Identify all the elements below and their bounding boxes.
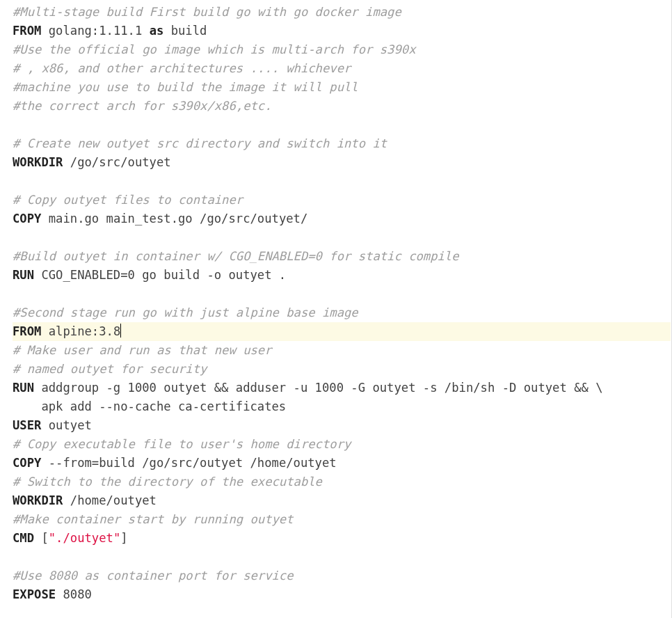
code-line[interactable] (13, 116, 671, 134)
code-line[interactable]: RUN addgroup -g 1000 outyet && adduser -… (13, 379, 671, 397)
code-line[interactable] (13, 548, 671, 566)
code-line[interactable]: #the correct arch for s390x/x86,etc. (13, 97, 671, 116)
code-line[interactable] (13, 228, 671, 247)
code-token-punct: ] (120, 531, 127, 545)
code-token-keyword: WORKDIR (13, 493, 63, 507)
code-token-comment: # Make user and run as that new user (13, 343, 272, 357)
code-line[interactable]: #Use the official go image which is mult… (13, 40, 671, 59)
code-line[interactable]: # , x86, and other architectures .... wh… (13, 59, 671, 78)
code-token-comment: #the correct arch for s390x/x86,etc. (13, 99, 272, 113)
code-line[interactable] (13, 285, 671, 303)
code-token-keyword: COPY (13, 212, 41, 225)
code-token-text: golang:1.11.1 (41, 24, 149, 38)
code-line[interactable]: # named outyet for security (13, 360, 671, 379)
code-token-text: CGO_ENABLED=0 go build -o outyet . (34, 268, 286, 282)
code-token-text: build (163, 24, 207, 38)
code-token-keyword: WORKDIR (13, 155, 63, 169)
code-token-comment: #Use the official go image which is mult… (13, 42, 415, 56)
code-token-punct: [ (34, 531, 49, 545)
code-token-comment: #Make container start by running outyet (13, 512, 294, 526)
code-line[interactable]: FROM alpine:3.8 (13, 322, 671, 341)
code-line[interactable]: # Make user and run as that new user (13, 341, 671, 360)
code-token-comment: #Use 8080 as container port for service (13, 569, 294, 583)
code-token-comment: #machine you use to build the image it w… (13, 80, 358, 94)
code-line[interactable]: # Create new outyet src directory and sw… (13, 134, 671, 153)
code-token-comment: # Copy outyet files to container (13, 193, 243, 207)
code-token-keyword: FROM (13, 324, 41, 338)
code-token-text: 8080 (56, 587, 92, 601)
code-token-comment: # , x86, and other architectures .... wh… (13, 61, 351, 75)
code-token-text: addgroup -g 1000 outyet && adduser -u 10… (34, 381, 602, 395)
code-editor[interactable]: #Multi-stage build First build go with g… (0, 0, 672, 618)
code-line[interactable] (13, 172, 671, 191)
code-token-string: "./outyet" (49, 531, 120, 545)
code-line[interactable]: #Build outyet in container w/ CGO_ENABLE… (13, 247, 671, 266)
code-line[interactable]: EXPOSE 8080 (13, 585, 671, 604)
code-token-keyword: RUN (13, 268, 34, 282)
code-token-text: outyet (41, 418, 91, 432)
code-token-text: --from=build /go/src/outyet /home/outyet (41, 456, 336, 470)
code-token-keyword: COPY (13, 456, 41, 470)
code-token-comment: # Copy executable file to user's home di… (13, 437, 351, 451)
code-line[interactable]: FROM golang:1.11.1 as build (13, 22, 671, 40)
code-token-text: apk add --no-cache ca-certificates (13, 399, 286, 413)
code-token-comment: # Create new outyet src directory and sw… (13, 136, 387, 150)
code-token-text: main.go main_test.go /go/src/outyet/ (41, 212, 307, 225)
code-line[interactable]: WORKDIR /home/outyet (13, 491, 671, 510)
code-line[interactable]: USER outyet (13, 416, 671, 435)
code-line[interactable]: #Make container start by running outyet (13, 510, 671, 529)
code-token-comment: #Second stage run go with just alpine ba… (13, 306, 358, 319)
code-token-keyword: CMD (13, 531, 34, 545)
code-line[interactable]: RUN CGO_ENABLED=0 go build -o outyet . (13, 266, 671, 285)
code-token-keyword: EXPOSE (13, 587, 56, 601)
code-line[interactable]: COPY main.go main_test.go /go/src/outyet… (13, 209, 671, 228)
code-line[interactable]: # Copy executable file to user's home di… (13, 435, 671, 454)
code-token-comment: # Switch to the directory of the executa… (13, 475, 322, 489)
code-token-text: alpine:3.8 (41, 324, 120, 338)
code-line[interactable]: COPY --from=build /go/src/outyet /home/o… (13, 454, 671, 473)
code-token-comment: #Multi-stage build First build go with g… (13, 5, 401, 19)
code-line[interactable]: # Switch to the directory of the executa… (13, 473, 671, 491)
code-line[interactable]: #Use 8080 as container port for service (13, 566, 671, 585)
code-line[interactable]: WORKDIR /go/src/outyet (13, 153, 671, 172)
text-cursor (120, 324, 121, 338)
code-token-keyword: USER (13, 418, 41, 432)
code-token-text: /go/src/outyet (63, 155, 170, 169)
code-token-comment: #Build outyet in container w/ CGO_ENABLE… (13, 249, 459, 263)
code-line[interactable]: CMD ["./outyet"] (13, 529, 671, 548)
code-line[interactable]: #Second stage run go with just alpine ba… (13, 303, 671, 322)
code-line[interactable]: # Copy outyet files to container (13, 191, 671, 209)
code-line[interactable]: #Multi-stage build First build go with g… (13, 3, 671, 22)
code-line[interactable]: #machine you use to build the image it w… (13, 78, 671, 97)
code-token-keyword: RUN (13, 381, 34, 395)
code-line[interactable]: apk add --no-cache ca-certificates (13, 397, 671, 416)
code-token-keyword: as (150, 24, 164, 38)
code-token-comment: # named outyet for security (13, 362, 207, 376)
code-token-keyword: FROM (13, 24, 41, 38)
code-token-text: /home/outyet (63, 493, 157, 507)
